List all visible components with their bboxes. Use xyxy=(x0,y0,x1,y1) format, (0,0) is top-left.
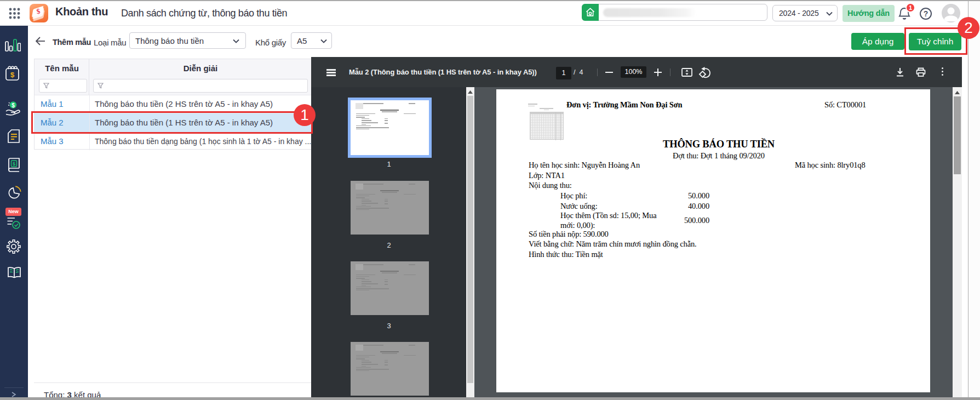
svg-text:$: $ xyxy=(10,71,15,79)
svg-text:$: $ xyxy=(13,161,15,167)
svg-text:$: $ xyxy=(12,102,15,108)
